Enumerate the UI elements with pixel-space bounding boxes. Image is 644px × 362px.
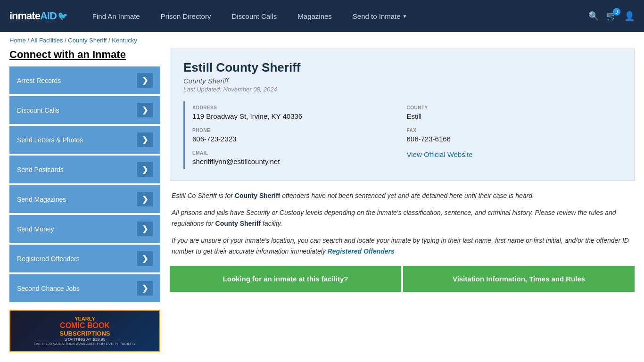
breadcrumb-kentucky[interactable]: Kentucky	[112, 37, 137, 44]
view-official-website-link[interactable]: View Official Website	[407, 150, 473, 158]
arrow-icon: ❯	[137, 103, 153, 117]
send-to-inmate-caret: ▼	[403, 14, 407, 19]
comic-ad-banner[interactable]: YEARLY COMIC BOOK SUBSCRIPTIONS STARTING…	[9, 310, 160, 352]
logo-inmate-text: inmate	[9, 10, 40, 22]
main-content: Estill County Sheriff County Sheriff Las…	[170, 49, 635, 352]
description-para-2: All prisons and jails have Security or C…	[172, 207, 633, 229]
header-icons: 🔍 🛒 9 👤	[588, 11, 635, 21]
nav-magazines[interactable]: Magazines	[287, 0, 342, 32]
comic-ad-title: COMIC BOOK	[60, 321, 110, 330]
fax-cell: FAX 606-723-6166	[407, 124, 621, 147]
logo-bird-icon: 🐦	[58, 11, 68, 21]
sidebar-send-postcards[interactable]: Send Postcards ❯	[9, 156, 160, 183]
arrow-icon: ❯	[137, 222, 153, 236]
county-value: Estill	[407, 112, 616, 120]
facility-details: ADDRESS 119 Broadway St, Irvine, KY 4033…	[183, 101, 621, 169]
registered-offenders-link[interactable]: Registered Offenders	[328, 247, 395, 255]
header: inmateAID 🐦 Find An Inmate Prison Direct…	[0, 0, 644, 32]
description-area: Estill Co Sheriff is for County Sheriff …	[170, 190, 635, 256]
sidebar: Connect with an Inmate Arrest Records ❯ …	[9, 49, 160, 352]
user-icon[interactable]: 👤	[624, 11, 635, 21]
nav-find-inmate[interactable]: Find An Inmate	[82, 0, 150, 32]
address-label: ADDRESS	[192, 105, 401, 110]
action-buttons: Looking for an inmate at this facility? …	[170, 266, 635, 292]
breadcrumb-county-sheriff[interactable]: County Sheriff	[68, 37, 107, 44]
cart-icon[interactable]: 🛒 9	[606, 11, 617, 21]
phone-cell: PHONE 606-723-2323	[192, 124, 407, 147]
sidebar-send-magazines[interactable]: Send Magazines ❯	[9, 185, 160, 213]
sidebar-second-chance-jobs[interactable]: Second Chance Jobs ❯	[9, 274, 160, 302]
main-container: Connect with an Inmate Arrest Records ❯ …	[0, 49, 644, 362]
comic-ad-starting: STARTING AT $19.95	[64, 337, 105, 342]
description-para-1: Estill Co Sheriff is for County Sheriff …	[172, 190, 633, 201]
comic-ad-over: OVER 100 VARIATIONS AVAILABLE FOR EVERY …	[34, 342, 136, 346]
sidebar-discount-calls[interactable]: Discount Calls ❯	[9, 96, 160, 124]
main-nav: Find An Inmate Prison Directory Discount…	[82, 0, 588, 32]
nav-discount-calls[interactable]: Discount Calls	[221, 0, 287, 32]
facility-name: Estill County Sheriff	[183, 60, 621, 75]
description-para-3: If you are unsure of your inmate's locat…	[172, 235, 633, 256]
breadcrumb-home[interactable]: Home	[9, 37, 26, 44]
sidebar-arrest-records[interactable]: Arrest Records ❯	[9, 66, 160, 94]
arrow-icon: ❯	[137, 251, 153, 266]
county-sheriff-highlight-1: County Sheriff	[235, 192, 280, 199]
last-updated: Last Updated: November 08, 2024	[183, 86, 621, 93]
sidebar-registered-offenders[interactable]: Registered Offenders ❯	[9, 245, 160, 272]
arrow-icon: ❯	[137, 281, 153, 296]
fax-label: FAX	[407, 128, 616, 133]
facility-card: Estill County Sheriff County Sheriff Las…	[170, 49, 635, 181]
arrow-icon: ❯	[137, 192, 153, 206]
sidebar-send-money[interactable]: Send Money ❯	[9, 215, 160, 243]
comic-ad-subscriptions: SUBSCRIPTIONS	[60, 330, 110, 337]
address-cell: ADDRESS 119 Broadway St, Irvine, KY 4033…	[192, 101, 407, 124]
address-value: 119 Broadway St, Irvine, KY 40336	[192, 112, 401, 120]
sidebar-send-letters[interactable]: Send Letters & Photos ❯	[9, 126, 160, 154]
cart-badge: 9	[613, 8, 620, 16]
arrow-icon: ❯	[137, 73, 153, 88]
visitation-info-button[interactable]: Visitation Information, Times and Rules	[403, 266, 635, 292]
facility-type: County Sheriff	[183, 77, 621, 85]
email-label: EMAIL	[192, 150, 401, 156]
county-sheriff-highlight-2: County Sheriff	[215, 220, 261, 227]
logo[interactable]: inmateAID 🐦	[9, 10, 68, 22]
arrow-icon: ❯	[137, 162, 153, 177]
breadcrumb-all-facilities[interactable]: All Facilities	[31, 37, 63, 44]
email-cell: EMAIL sheriffflynn@estillcounty.net	[192, 147, 407, 169]
email-value: sheriffflynn@estillcounty.net	[192, 157, 401, 165]
phone-value: 606-723-2323	[192, 135, 401, 143]
nav-send-to-inmate[interactable]: Send to Inmate ▼	[342, 0, 418, 32]
breadcrumb: Home / All Facilities / County Sheriff /…	[0, 32, 644, 49]
county-label: COUNTY	[407, 105, 616, 110]
county-cell: COUNTY Estill	[407, 101, 621, 124]
website-cell: View Official Website	[407, 147, 621, 169]
fax-value: 606-723-6166	[407, 135, 616, 143]
find-inmate-button[interactable]: Looking for an inmate at this facility?	[170, 266, 401, 292]
search-icon[interactable]: 🔍	[588, 11, 599, 21]
nav-prison-directory[interactable]: Prison Directory	[150, 0, 222, 32]
sidebar-title: Connect with an Inmate	[9, 49, 160, 61]
logo-aid-text: AID	[40, 10, 57, 22]
phone-label: PHONE	[192, 128, 401, 133]
arrow-icon: ❯	[137, 132, 153, 147]
comic-ad-yearly: YEARLY	[74, 316, 95, 321]
